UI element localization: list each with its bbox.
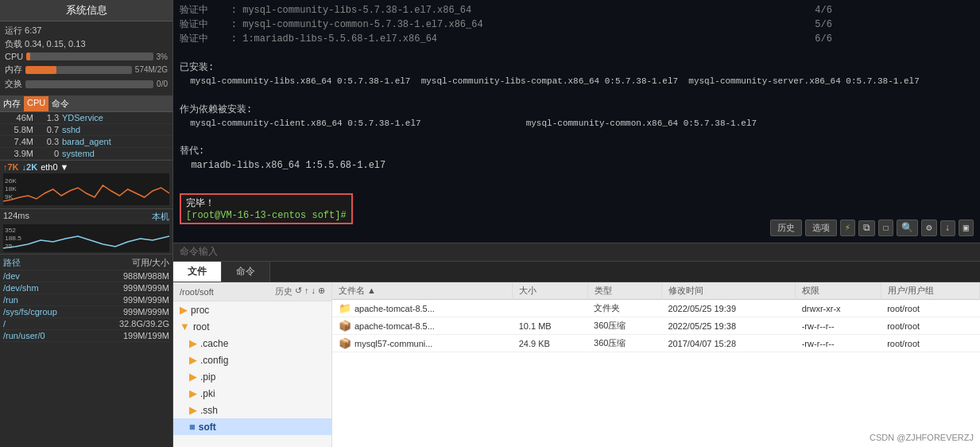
swap-val: 0/0 <box>157 80 168 88</box>
window-icon[interactable]: ▣ <box>959 220 974 236</box>
lat-label: 本机 <box>152 211 169 223</box>
search-icon[interactable]: 🔍 <box>897 220 918 236</box>
mem-label: 内存 <box>5 64 22 76</box>
col-name[interactable]: 文件名 ▲ <box>332 282 513 300</box>
up-icon[interactable]: ↑ <box>304 286 309 297</box>
tree-item-cache[interactable]: ▶ .cache <box>173 335 331 352</box>
sys-info: 运行 6:37 负载 0.34, 0.15, 0.13 CPU 3% 内存 57… <box>0 21 172 96</box>
lat-row: 124ms 本机 <box>3 211 169 223</box>
terminal: 验证中 : mysql-community-libs-5.7.38-1.el7.… <box>173 0 980 243</box>
terminal-line: 作为依赖被安装: <box>180 103 974 117</box>
download-tree-icon[interactable]: ↓ <box>312 286 316 297</box>
proc-col-cmd[interactable]: 命令 <box>48 96 72 111</box>
proc-mem-1: 5.8M <box>3 125 33 134</box>
tree-header: /root/soft 历史 ↺ ↑ ↓ ⊕ <box>173 282 331 301</box>
proc-mem-0: 46M <box>3 113 33 122</box>
proc-row[interactable]: 7.4M 0.3 barad_agent <box>0 136 172 148</box>
cpu-bar-fill <box>26 52 30 60</box>
bottom-tabs: 文件 命令 <box>173 262 980 282</box>
tree-item-pip[interactable]: ▶ .pip <box>173 368 331 385</box>
proc-mem-2: 7.4M <box>3 137 33 146</box>
cpu-label: CPU <box>5 52 23 61</box>
proc-row[interactable]: 3.9M 0 systemd <box>0 148 172 160</box>
zip-icon: 📦 <box>339 337 351 349</box>
folder-icon: ▶ <box>189 404 197 416</box>
disk-row-dev[interactable]: /dev 988M/988M <box>3 270 169 282</box>
disk-row-shm[interactable]: /dev/shm 999M/999M <box>3 282 169 294</box>
disk-col-size: 可用/大小 <box>132 257 169 269</box>
tree-item-ssh[interactable]: ▶ .ssh <box>173 402 331 418</box>
terminal-line <box>180 130 974 144</box>
file-perms: -rw-r--r-- <box>796 317 881 335</box>
terminal-toolbar: 历史 选项 ⚡ ⧉ ☐ 🔍 ⚙ ↓ ▣ <box>770 220 974 236</box>
history-button[interactable]: 历史 <box>770 220 802 236</box>
file-owner: root/root <box>881 317 979 335</box>
disk-header: 路径 可用/大小 <box>3 256 169 270</box>
proc-cpu-3: 0 <box>37 149 59 158</box>
folder-icon: 📁 <box>339 302 351 314</box>
tree-item-pki[interactable]: ▶ .pki <box>173 385 331 402</box>
refresh-icon[interactable]: ↺ <box>295 286 302 297</box>
bookmark-icon[interactable]: ⊕ <box>318 286 325 297</box>
cmd-input-row <box>173 243 980 262</box>
svg-text:188.5: 188.5 <box>5 235 21 242</box>
folder-icon: ▶ <box>189 354 197 366</box>
tree-item-label: .cache <box>200 338 228 349</box>
net-iface[interactable]: eth0 ▼ <box>41 162 68 172</box>
terminal-line <box>180 88 974 103</box>
svg-text:9K: 9K <box>5 193 14 200</box>
disk-row-run[interactable]: /run 999M/999M <box>3 294 169 306</box>
mem-bar-row: 内存 574M/2G <box>5 64 168 76</box>
disk-row-user0[interactable]: /run/user/0 199M/199M <box>3 330 169 342</box>
file-list: 文件名 ▲ 大小 类型 修改时间 权限 用户/用户组 📁 <box>332 282 980 447</box>
col-size[interactable]: 大小 <box>513 282 587 300</box>
proc-mem-3: 3.9M <box>3 149 33 158</box>
tree-item-config[interactable]: ▶ .config <box>173 352 331 368</box>
col-modified[interactable]: 修改时间 <box>661 282 795 300</box>
mem-bar-bg <box>25 66 132 74</box>
tree-item-root[interactable]: ▼ root <box>173 318 331 335</box>
file-size: 24.9 KB <box>513 335 587 352</box>
terminal-line: 已安装: <box>180 60 974 75</box>
disk-col-path: 路径 <box>3 257 21 269</box>
options-button[interactable]: 选项 <box>805 220 837 236</box>
tree-history-btn[interactable]: 历史 <box>275 286 292 297</box>
right-panel: 验证中 : mysql-community-libs-5.7.38-1.el7.… <box>173 0 980 447</box>
file-size <box>513 300 587 317</box>
col-perms[interactable]: 权限 <box>796 282 881 300</box>
proc-col-mem[interactable]: 内存 <box>0 96 24 111</box>
file-row[interactable]: 📦 apache-tomcat-8.5... 10.1 MB 360压缩 202… <box>332 317 980 335</box>
disk-row-cgroup[interactable]: /sys/fs/cgroup 999M/999M <box>3 306 169 318</box>
tree-item-proc[interactable]: ▶ proc <box>173 301 331 318</box>
download-icon[interactable]: ↓ <box>940 220 955 236</box>
cpu-bar-bg <box>26 52 153 60</box>
copy-icon[interactable]: ⧉ <box>858 220 875 236</box>
file-row[interactable]: 📁 apache-tomcat-8.5... 文件夹 2022/05/25 19… <box>332 300 980 317</box>
lat-ms: 124ms <box>3 211 29 223</box>
terminal-line: mysql-community-libs.x86_64 0:5.7.38-1.e… <box>180 75 974 88</box>
col-owner[interactable]: 用户/用户组 <box>881 282 979 300</box>
cmd-input[interactable] <box>180 247 974 258</box>
col-type[interactable]: 类型 <box>587 282 661 300</box>
file-modified: 2022/05/25 19:38 <box>661 317 795 335</box>
tab-commands[interactable]: 命令 <box>222 262 270 282</box>
proc-row[interactable]: 46M 1.3 YDService <box>0 112 172 124</box>
proc-col-cpu[interactable]: CPU <box>24 96 48 111</box>
lightning-icon[interactable]: ⚡ <box>840 220 855 236</box>
tree-item-soft[interactable]: ■ soft <box>173 418 331 435</box>
file-row[interactable]: 📦 mysql57-communi... 24.9 KB 360压缩 2017/… <box>332 335 980 352</box>
terminal-line <box>180 46 974 60</box>
swap-label: 交换 <box>5 78 22 90</box>
file-name-cell: 📦 apache-tomcat-8.5... <box>332 317 513 335</box>
tree-item-label: .pip <box>200 371 215 383</box>
proc-row[interactable]: 5.8M 0.7 sshd <box>0 124 172 136</box>
file-type: 文件夹 <box>587 300 661 317</box>
load-text: 负载 0.34, 0.15, 0.13 <box>5 38 168 50</box>
clipboard-icon[interactable]: ☐ <box>878 220 893 236</box>
files-table: 文件名 ▲ 大小 类型 修改时间 权限 用户/用户组 📁 <box>332 282 980 352</box>
svg-text:352: 352 <box>5 227 16 234</box>
disk-row-root[interactable]: / 32.8G/39.2G <box>3 318 169 330</box>
file-modified: 2022/05/25 19:39 <box>661 300 795 317</box>
tab-files[interactable]: 文件 <box>173 262 222 282</box>
settings-icon[interactable]: ⚙ <box>921 220 936 236</box>
